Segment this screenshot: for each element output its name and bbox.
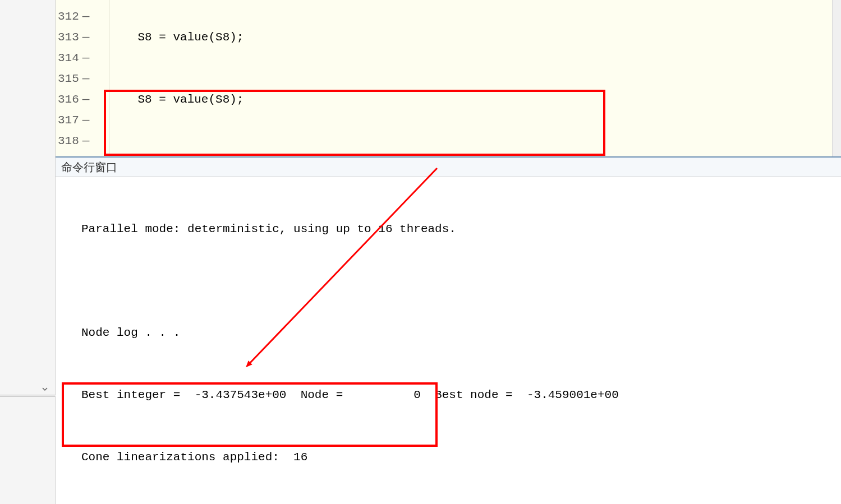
code-line[interactable]: S31 = value(S31); <box>109 151 832 156</box>
console-line: Best integer = -3.437543e+00 Node = 0 Be… <box>81 385 841 405</box>
console-line: Cone linearizations applied: 16 <box>81 447 841 468</box>
vertical-scrollbar[interactable] <box>832 0 841 156</box>
command-window-output[interactable]: Parallel mode: deterministic, using up t… <box>56 177 841 504</box>
line-number-gutter: 311 — 312 — 313 — 314 — 315 — 316 — 317 … <box>56 0 109 156</box>
line-number: 313 <box>58 31 81 44</box>
sidebar-divider <box>0 395 56 397</box>
code-text-area[interactable]: S8 = value(S8); S8 = value(S8); S31 = va… <box>109 0 832 156</box>
code-line[interactable]: S8 = value(S8); <box>109 27 832 48</box>
command-window-title: 命令行窗口 <box>61 160 117 175</box>
line-number: 312 <box>58 10 81 23</box>
line-number: 311 <box>58 0 81 2</box>
line-number: 314 <box>58 52 81 64</box>
line-number: 317 <box>58 114 81 127</box>
console-line: Parallel mode: deterministic, using up t… <box>81 219 841 239</box>
chevron-down-icon[interactable] <box>40 385 49 394</box>
left-sidebar <box>0 0 56 504</box>
code-editor[interactable]: 311 — 312 — 313 — 314 — 315 — 316 — 317 … <box>56 0 841 158</box>
console-line: Node log . . . <box>81 322 841 343</box>
line-number: 316 <box>58 93 81 106</box>
code-line[interactable]: S8 = value(S8); <box>109 89 832 110</box>
line-number: 315 <box>58 72 81 85</box>
line-number: 318 <box>58 135 81 147</box>
command-window-title-bar[interactable]: 命令行窗口 <box>56 158 841 177</box>
